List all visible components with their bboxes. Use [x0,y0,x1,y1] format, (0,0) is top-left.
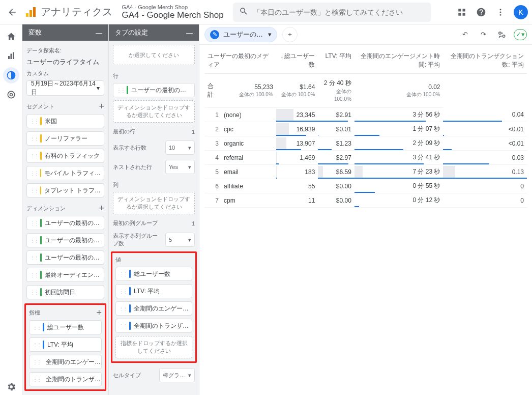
add-tab-button[interactable]: + [282,27,298,42]
metric-chip[interactable]: ⋮⋮総ユーザー数 [29,320,102,334]
column-header[interactable]: 総ユーザー数 [276,48,318,74]
svg-point-15 [10,94,12,96]
dimensions-label: ディメンション [26,205,66,212]
segment-chip[interactable]: ⋮⋮ノーリファラー [26,131,104,146]
svg-rect-12 [13,52,14,60]
svg-rect-0 [26,13,28,17]
svg-rect-1 [29,10,32,17]
collapse-icon[interactable]: — [186,29,193,37]
dimension-chip[interactable]: ⋮⋮最終オーディエン… [26,268,104,282]
back-button[interactable] [4,4,20,20]
svg-rect-2 [33,7,36,17]
nested-rows-select[interactable]: Yes▾ [165,160,195,174]
exploration-tab[interactable]: ✎ ユーザーのラ… ▾ [204,27,277,42]
edit-icon: ✎ [210,30,219,39]
segment-dropzone[interactable]: か選択してください [113,45,195,65]
undo-icon[interactable]: ↶ [459,29,471,41]
nav-settings-icon[interactable] [3,379,19,395]
column-header[interactable]: 全期間のトランザクション数: 平均 [443,48,527,74]
metric-chip[interactable]: ⋮⋮LTV: 平均 [29,337,102,352]
column-header[interactable]: ユーザーの最初のメディア [204,48,276,74]
table-row[interactable]: 7cpm11$0.000 分 12 秒0 [204,193,527,208]
value-chip[interactable]: ⋮⋮全期間のエンゲー… [115,301,192,316]
date-range-select[interactable]: 5月19日～2023年6月14日▾ [26,80,104,96]
celltype-select[interactable]: 棒グラ…▾ [159,368,195,382]
collapse-icon[interactable]: — [96,29,102,37]
date-hint: カスタム [26,70,104,77]
breadcrumb-main: GA4 - Google Merch Shop [122,10,223,20]
breadcrumb-top: GA4 - Google Merch Shop [122,4,223,10]
add-segment-button[interactable]: + [99,102,104,111]
chevron-down-icon: ▾ [97,84,100,92]
nav-reports-icon[interactable] [3,48,19,64]
add-dimension-button[interactable]: + [99,204,104,213]
col-dimension-dropzone[interactable]: ディメンションをドロップするか選択してください [113,192,195,214]
chevron-down-icon: ▾ [188,164,191,171]
tabs-panel-header: タブの設定— [109,24,199,41]
svg-point-14 [8,91,14,98]
segment-chip[interactable]: ⋮⋮有料のトラフィック [26,149,104,163]
segments-label: セグメント [26,103,54,110]
svg-rect-5 [458,13,461,15]
dimension-chip[interactable]: ⋮⋮ユーザーの最初の… [26,250,104,265]
svg-rect-11 [10,54,12,60]
show-rows-select[interactable]: 10▾ [165,140,195,155]
column-header[interactable]: 全期間のエンゲージメント時間: 平均 [354,48,444,74]
help-icon[interactable] [475,6,487,18]
more-icon[interactable] [494,6,507,18]
metric-dropzone[interactable]: 指標をドロップするか選択してください [115,336,192,358]
nav-explore-icon[interactable] [3,67,19,83]
start-col-label: 最初の列グループ [113,219,158,227]
segment-chip[interactable]: ⋮⋮タブレット トラフ… [26,183,104,198]
svg-point-9 [500,14,501,15]
dimension-chip[interactable]: ⋮⋮初回訪問日 [26,285,104,299]
dimension-chip[interactable]: ⋮⋮ユーザーの最初の… [26,216,104,230]
value-chip[interactable]: ⋮⋮総ユーザー数 [115,267,192,281]
analytics-logo [24,6,37,18]
value-chip[interactable]: ⋮⋮全期間のトランザ… [115,319,192,333]
table-row[interactable]: 4referral1,469$2.973 分 41 秒0.03 [204,151,527,165]
status-ok-icon[interactable]: ✓▾ [514,29,527,40]
cols-section-label: 列 [113,181,195,189]
table-row[interactable]: 2cpc16,939$0.011 分 07 秒<0.01 [204,122,527,136]
breadcrumb[interactable]: GA4 - Google Merch Shop GA4 - Google Mer… [122,4,223,20]
row-dimension-dropzone[interactable]: ディメンションをドロップするか選択してください [113,100,195,123]
search-input[interactable] [253,8,425,16]
redo-icon[interactable]: ↷ [477,29,489,41]
value-chip[interactable]: ⋮⋮LTV: 平均 [115,284,192,298]
table-row[interactable]: 3organic13,907$1.232 分 09 秒<0.01 [204,136,527,151]
svg-point-16 [499,32,501,34]
svg-point-7 [500,9,501,10]
product-title: アナリティクス [41,5,112,19]
table-row[interactable]: 1(none)23,345$2.913 分 56 秒0.04 [204,108,527,122]
segment-chip[interactable]: ⋮⋮モバイル トラフィ… [26,166,104,180]
row-dimension-chip[interactable]: ⋮⋮ユーザーの最初の… [113,83,195,97]
table-row[interactable]: 5email183$6.597 分 23 秒0.13 [204,165,527,179]
metrics-label: 指標 [29,309,40,317]
metric-chip[interactable]: ⋮⋮全期間のトランザ… [29,372,102,386]
svg-point-8 [500,11,501,13]
values-highlight-box: 値 ⋮⋮総ユーザー数⋮⋮LTV: 平均⋮⋮全期間のエンゲー…⋮⋮全期間のトランザ… [111,251,197,363]
start-row-label: 最初の行 [113,128,135,135]
svg-point-17 [503,35,505,37]
explore-name[interactable]: ユーザーのライフタイム [26,58,104,67]
dimension-chip[interactable]: ⋮⋮ユーザーの最初の… [26,233,104,247]
avatar[interactable]: K [514,5,528,19]
apps-icon[interactable] [456,6,468,18]
search-box[interactable] [233,3,431,22]
show-cols-select[interactable]: 5▾ [165,233,195,247]
add-metric-button[interactable]: + [96,308,102,317]
metric-chip[interactable]: ⋮⋮全期間のエンゲー… [29,355,102,369]
show-rows-label: 表示する行数 [113,144,146,152]
chevron-down-icon: ▾ [188,237,191,243]
metrics-highlight-box: 指標+ ⋮⋮総ユーザー数⋮⋮LTV: 平均⋮⋮全期間のエンゲー…⋮⋮全期間のトラ… [24,303,106,391]
exploration-tab-name: ユーザーのラ… [223,30,264,39]
nav-home-icon[interactable] [3,29,19,45]
table-row[interactable]: 6affiliate55$0.000 分 55 秒0 [204,179,527,193]
column-header[interactable]: LTV: 平均 [318,48,354,74]
chevron-down-icon[interactable]: ▾ [268,31,272,38]
segment-chip[interactable]: ⋮⋮米国 [26,114,104,128]
nav-ads-icon[interactable] [3,87,19,103]
show-cols-label: 表示する列グループ数 [113,232,159,247]
share-icon[interactable] [495,29,508,41]
